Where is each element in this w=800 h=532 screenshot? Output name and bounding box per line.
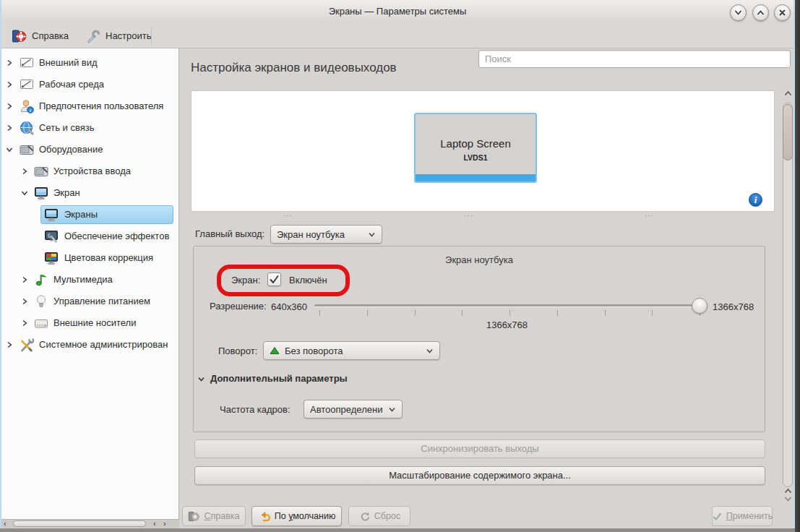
scroll-down-icon[interactable] (784, 496, 792, 502)
reset-button[interactable]: Сброс (348, 506, 410, 526)
defaults-button[interactable]: По умолчанию (251, 506, 342, 526)
resolution-min: 640x360 (271, 301, 307, 312)
apply-button[interactable]: Применить (712, 506, 773, 526)
groupbox-title: Экран ноутбука (194, 254, 765, 265)
annotation-highlight (217, 265, 350, 296)
scroll-up-icon[interactable] (784, 90, 792, 97)
sidebar-item-workspace[interactable]: Рабочая среда (1, 74, 179, 95)
chevron-up-icon (755, 7, 766, 18)
resolution-slider-track[interactable] (314, 304, 700, 306)
primary-output-value: Экран ноутбука (277, 229, 363, 240)
refresh-rate-select[interactable]: Автоопределение (304, 400, 403, 419)
sidebar-item-label: Экраны (64, 209, 98, 220)
chevron-right-icon[interactable] (6, 59, 13, 66)
sidebar-item-appearance[interactable]: Внешний вид (1, 52, 179, 74)
toolbar: Справка Настроить (1, 23, 793, 48)
window-bottom-edge (0, 528, 795, 532)
grip-dots: ··· (464, 212, 473, 220)
wrench-icon (85, 28, 101, 44)
window-title: Экраны — Параметры системы (1, 6, 793, 17)
display-icon (33, 185, 49, 201)
scroll-left-icon[interactable]: ‹ (153, 520, 156, 528)
sidebar: Внешний видРабочая средаiПредпочтения по… (1, 48, 179, 519)
scrollbar-thumb[interactable] (13, 520, 146, 527)
scrollbar-thumb[interactable] (783, 104, 793, 160)
chevron-right-icon[interactable] (6, 81, 13, 88)
sidebar-item-network[interactable]: Сеть и связь (1, 117, 179, 139)
system-settings-window: Экраны — Параметры системы (0, 0, 795, 528)
unify-outputs-button[interactable]: Синхронизировать выходы (194, 439, 765, 458)
maximize-button[interactable] (752, 4, 769, 21)
screen: Экраны — Параметры системы (0, 0, 800, 532)
defaults-label: По умолчанию (275, 511, 336, 521)
sidebar-item-multimedia[interactable]: Мультимедиа (1, 269, 179, 291)
sidebar-item-screens[interactable]: Экраны (1, 204, 179, 226)
slider-tick (557, 310, 558, 316)
sidebar-item-label: Внешний вид (39, 57, 98, 68)
chevron-right-icon[interactable] (21, 276, 28, 283)
sidebar-item-system-administration[interactable]: Системное администрирован (1, 334, 179, 356)
user-preferences-icon: i (19, 98, 35, 114)
vertical-scrollbar[interactable] (780, 90, 795, 506)
apply-label: Применить (726, 511, 773, 521)
svg-text:i: i (30, 108, 31, 113)
sidebar-item-label: Рабочая среда (39, 79, 104, 90)
chevron-right-icon[interactable] (6, 103, 13, 110)
sidebar-item-input-devices[interactable]: Устройства ввода (1, 160, 179, 182)
slider-tick (367, 310, 368, 316)
slider-tick (509, 310, 510, 316)
chevron-right-icon[interactable] (21, 298, 28, 305)
toolbar-separator (151, 27, 152, 44)
configure-button-label: Настроить (106, 30, 152, 41)
configure-button[interactable]: Настроить (81, 26, 156, 46)
chevron-down-icon[interactable] (6, 146, 13, 153)
chevron-right-icon[interactable] (21, 168, 28, 175)
sidebar-item-hardware[interactable]: Оборудование (1, 139, 179, 160)
footer-help-button[interactable]: Справка (182, 506, 246, 526)
sidebar-item-color-correction[interactable]: Цветовая коррекция (1, 247, 179, 269)
output-name: LVDS1 (416, 153, 536, 162)
sidebar-horizontal-scrollbar[interactable]: ‹ ‹ › (1, 519, 179, 528)
scale-screen-button[interactable]: Масштабирование содержимого экрана... (194, 466, 765, 485)
network-icon (19, 120, 35, 136)
page-title: Настройка экранов и видеовыходов (191, 61, 397, 75)
advanced-settings-expander[interactable]: Дополнительный параметры (210, 373, 348, 384)
rotation-select[interactable]: Без поворота (263, 341, 440, 360)
scroll-up-icon[interactable] (784, 488, 792, 494)
chevron-down-icon[interactable] (21, 189, 28, 197)
sidebar-item-label: Оборудование (39, 144, 103, 155)
chevron-right-icon[interactable] (21, 319, 28, 327)
sidebar-item-label: Цветовая коррекция (64, 252, 153, 263)
titlebar[interactable]: Экраны — Параметры системы (1, 0, 793, 23)
resolution-label: Разрешение: (210, 301, 267, 312)
chevron-right-icon[interactable] (6, 341, 13, 348)
laptop-screen-box[interactable]: Laptop Screen LVDS1 (414, 113, 537, 183)
screens-icon (43, 207, 59, 223)
expander-chevron-icon[interactable] (197, 375, 205, 383)
sidebar-item-display[interactable]: Экран (1, 182, 179, 204)
resolution-slider-handle[interactable] (692, 298, 707, 314)
help-button-label: Справка (32, 30, 69, 41)
chevron-down-icon (426, 347, 434, 355)
slider-tick (652, 310, 653, 316)
minimize-button[interactable] (730, 4, 747, 21)
defaults-undo-icon (258, 510, 271, 523)
info-icon[interactable]: i (749, 193, 762, 207)
close-button[interactable] (774, 4, 791, 21)
sidebar-item-power[interactable]: Управление питанием (1, 291, 179, 312)
chevron-right-icon[interactable] (6, 124, 13, 132)
sidebar-item-user-preferences[interactable]: iПредпочтения пользователя (1, 95, 179, 117)
scroll-left-icon[interactable]: ‹ (4, 520, 7, 528)
resolution-current: 1366x768 (314, 319, 700, 330)
rotation-label: Поворот: (218, 346, 257, 356)
removable-media-icon (33, 315, 49, 331)
primary-output-select[interactable]: Экран ноутбука (270, 225, 382, 244)
slider-tick (415, 310, 416, 316)
sidebar-item-compositor[interactable]: Обеспечение эффектов (1, 226, 179, 247)
rotation-value: Без поворота (285, 346, 421, 356)
sidebar-item-label: Устройства ввода (53, 166, 131, 176)
compositor-icon (43, 228, 59, 244)
help-button[interactable]: Справка (7, 26, 73, 46)
scroll-right-icon[interactable]: › (163, 520, 166, 528)
sidebar-item-removable-media[interactable]: Внешние носители (1, 312, 179, 334)
